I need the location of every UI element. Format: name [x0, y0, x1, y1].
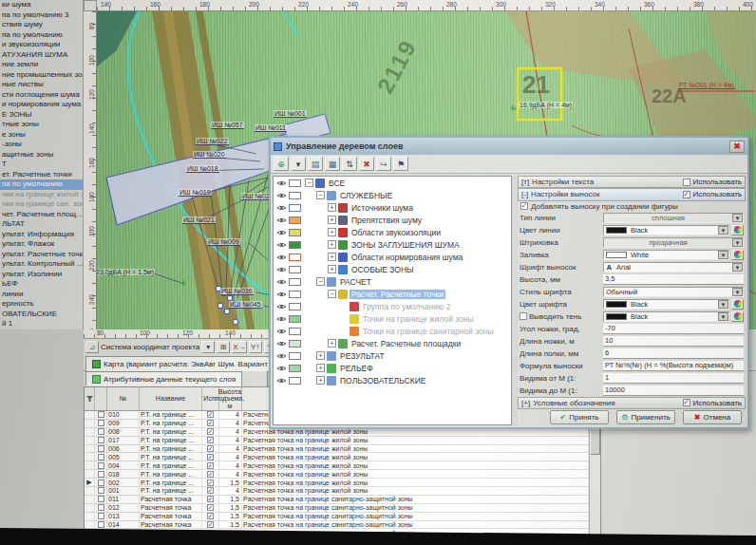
legend-header[interactable]: [+] Условные обозначения ✓ Использовать: [518, 397, 746, 409]
layer-color-swatch[interactable]: [289, 315, 301, 323]
field-fill[interactable]: White▼: [603, 250, 744, 260]
use-checkbox[interactable]: ✓: [207, 411, 214, 418]
field-leg-angle-input[interactable]: -70: [603, 324, 744, 334]
table-row[interactable]: 008Р.Т. на границе ...✓4Расчетная точка …: [85, 428, 600, 437]
field-shelf-length-mm[interactable]: 6: [603, 348, 744, 359]
tab-attributes[interactable]: Атрибутивные данные текущего слоя: [85, 371, 242, 386]
layer-color-swatch[interactable]: [289, 179, 301, 187]
chevron-down-icon[interactable]: ▼: [732, 214, 743, 222]
sidebar-item[interactable]: ультат. Флажок: [0, 239, 83, 250]
use-checkbox[interactable]: ✓: [207, 479, 214, 486]
field-font-style[interactable]: Обычный▼: [603, 287, 744, 297]
visibility-eye-icon[interactable]: [275, 179, 287, 187]
use-checkbox[interactable]: ✓: [207, 462, 214, 469]
field-line-color-combo[interactable]: Black▼: [603, 225, 729, 235]
add-layer-icon[interactable]: ⊕: [274, 157, 289, 171]
use-checkbox[interactable]: ✓: [207, 471, 214, 478]
add-callout-checkbox[interactable]: ✓: [520, 202, 528, 210]
field-callout-font-combo[interactable]: AArial▼: [603, 262, 744, 272]
tree-expander[interactable]: −: [316, 191, 325, 199]
row-select-checkbox[interactable]: [98, 504, 104, 511]
field-leg-length-m[interactable]: 10: [603, 336, 744, 347]
sidebar-item[interactable]: чки на границе сан. зоны: [0, 199, 83, 210]
legend-use-checkbox[interactable]: ✓: [683, 399, 690, 406]
sidebar-item[interactable]: ствия шуму: [0, 20, 83, 30]
visibility-eye-icon[interactable]: [275, 265, 287, 273]
row-select-checkbox[interactable]: [98, 513, 104, 519]
row-select-checkbox[interactable]: [98, 411, 104, 418]
header-height[interactable]: Высота подъема, м: [219, 387, 242, 410]
layer-tree-row[interactable]: −ВСЕ: [274, 177, 511, 189]
layer-tree-row[interactable]: −РАСЧЕТ: [274, 275, 511, 288]
row-select-checkbox[interactable]: [98, 428, 104, 435]
field-visible-to-input[interactable]: 10000: [603, 385, 744, 396]
use-checkbox[interactable]: ✓: [207, 437, 214, 443]
sidebar-item[interactable]: Т: [0, 160, 83, 170]
field-fill-combo[interactable]: White▼: [603, 250, 729, 260]
row-select-checkbox[interactable]: [98, 420, 104, 426]
grid-toggle-button[interactable]: ⊞: [217, 341, 230, 353]
field-line-color[interactable]: Black▼: [603, 225, 744, 235]
color-palette-button[interactable]: [731, 225, 744, 235]
layer-color-swatch[interactable]: [289, 216, 301, 224]
chevron-down-icon[interactable]: ▼: [718, 226, 728, 235]
chevron-down-icon[interactable]: ▼: [732, 263, 743, 272]
row-select-checkbox[interactable]: [98, 487, 104, 494]
accept-button[interactable]: ✔Принять: [550, 410, 609, 424]
tree-expander[interactable]: +: [328, 240, 336, 249]
tree-expander[interactable]: −: [316, 277, 325, 286]
apply-button[interactable]: ⚙Применить: [616, 410, 675, 424]
row-select-checkbox[interactable]: [98, 445, 104, 452]
visibility-eye-icon[interactable]: [275, 203, 287, 212]
header-num[interactable]: №: [107, 387, 140, 410]
sidebar-item[interactable]: чет. Расчетные площ...: [0, 210, 83, 220]
field-leg-angle[interactable]: -70: [603, 324, 744, 334]
chevron-down-icon[interactable]: ▼: [732, 288, 743, 296]
table-scrollbar[interactable]: ▲ ▼: [589, 411, 600, 544]
table-row[interactable]: 001Р.Т. на границе ...✓4Расчетная точка …: [85, 487, 600, 496]
chevron-down-icon[interactable]: ▼: [718, 300, 728, 309]
layer-menu-icon[interactable]: ▾: [291, 157, 306, 171]
chevron-down-icon[interactable]: ▼: [718, 312, 728, 321]
field-hatch-combo[interactable]: прозрачная▼: [603, 237, 744, 248]
layer-tree-row[interactable]: +Области нормирования шума: [274, 251, 511, 263]
table-row[interactable]: 014Расчетная точка✓1,5Расчетная точка на…: [85, 521, 600, 530]
field-shadow[interactable]: Black▼: [603, 311, 744, 322]
field-height-mm[interactable]: 3,5: [603, 274, 744, 285]
sidebar-item[interactable]: ние промышленных зон: [0, 70, 83, 81]
sidebar-item[interactable]: па по умолчанию: [0, 30, 83, 41]
sidebar-item[interactable]: ерхность: [0, 299, 83, 310]
layer-tree-row[interactable]: +Расчет. Расчетные площадки: [274, 337, 511, 349]
sidebar-item[interactable]: ОВАТЕЛЬСКИЕ: [0, 310, 83, 320]
layer-color-swatch[interactable]: [289, 278, 301, 286]
copy-layer-icon[interactable]: ▤: [308, 157, 323, 171]
tree-expander[interactable]: +: [328, 265, 336, 273]
table-row[interactable]: 017Р.Т. на границе ...✓4Расчетная точка …: [85, 437, 600, 445]
sidebar-item[interactable]: ультат. Контрольный ...: [0, 259, 83, 270]
field-line-type[interactable]: сплошная▼: [603, 213, 744, 223]
cancel-button[interactable]: ✖Отмена: [683, 410, 742, 424]
layer-tree-row[interactable]: Группа по умолчанию 2: [274, 300, 511, 312]
row-select-checkbox[interactable]: [98, 471, 104, 478]
tree-expander[interactable]: +: [328, 339, 336, 348]
sidebar-item[interactable]: е зоны: [0, 130, 83, 141]
sidebar-item[interactable]: ультат. Изолинии: [0, 270, 83, 280]
move-layer-icon[interactable]: ⇅: [342, 157, 357, 171]
field-font-style-combo[interactable]: Обычный▼: [603, 287, 744, 297]
table-row[interactable]: 013Расчетная точка✓1,5Расчетная точка на…: [85, 513, 600, 521]
flag-layer-icon[interactable]: ⚑: [393, 157, 408, 171]
sidebar-item[interactable]: сти поглощения шума: [0, 90, 83, 101]
callout-settings-header[interactable]: [-] Настройки выносок ✓ Использовать: [518, 188, 746, 200]
layer-color-swatch[interactable]: [289, 241, 301, 249]
layer-color-swatch[interactable]: [289, 377, 301, 385]
tree-expander[interactable]: +: [316, 364, 325, 372]
tree-expander[interactable]: −: [328, 290, 336, 298]
use-checkbox[interactable]: ✓: [207, 454, 214, 460]
sidebar-item[interactable]: ные листвы: [0, 80, 83, 90]
layer-tree-row[interactable]: +Источники шума: [274, 201, 511, 214]
tree-expander[interactable]: −: [305, 179, 313, 187]
field-callout-font[interactable]: AArial▼: [603, 262, 744, 272]
use-checkbox[interactable]: ✓: [207, 420, 214, 426]
field-hatch[interactable]: прозрачная▼: [603, 237, 744, 248]
sidebar-item[interactable]: Е ЗОНЫ: [0, 110, 83, 121]
